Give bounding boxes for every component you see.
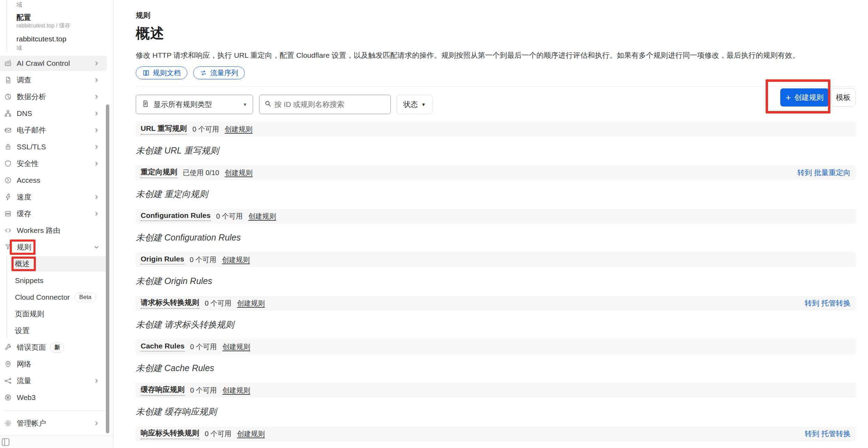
- create-rule-link[interactable]: 创建规则: [237, 299, 265, 308]
- rule-type-title[interactable]: Origin Rules: [141, 255, 184, 265]
- access-icon: [4, 176, 12, 184]
- rule-section-header: Configuration Rules 0 个可用 创建规则: [136, 209, 855, 223]
- rule-type-title[interactable]: 缓存响应规则: [141, 385, 185, 396]
- rule-section: 缓存响应规则 0 个可用 创建规则 未创建 缓存响应规则: [136, 383, 855, 426]
- shield-icon: [4, 160, 12, 167]
- sidebar-item-analytics[interactable]: 数据分析: [0, 88, 113, 105]
- sidebar-item-speed[interactable]: 速度: [0, 189, 113, 205]
- chevron-right-icon: [94, 161, 99, 166]
- rule-type-title[interactable]: Configuration Rules: [141, 211, 211, 221]
- rule-usage-count: 0 个可用: [216, 212, 243, 221]
- sidebar-item-error-pages[interactable]: 错误页面新: [0, 339, 113, 356]
- sidebar-item-rules[interactable]: 规则: [0, 239, 113, 256]
- sidebar-item-ssl-tls[interactable]: SSL/TLS: [0, 139, 113, 155]
- chevron-down-icon: [94, 244, 99, 250]
- rule-section-body: 未创建 URL 重写规则: [136, 136, 855, 165]
- swap-arrows-icon: [200, 69, 207, 77]
- sidebar-item-cache[interactable]: 缓存: [0, 205, 113, 222]
- sidebar-item-ai-crawl-control[interactable]: AI Crawl Control: [0, 55, 113, 72]
- empty-state-text: 未创建 响应标头转换规则: [136, 441, 855, 448]
- chevron-right-icon: [94, 144, 99, 150]
- empty-state-text: 未创建 Cache Rules: [136, 354, 855, 374]
- rule-type-title[interactable]: URL 重写规则: [141, 124, 187, 135]
- status-filter-button[interactable]: 状态: [397, 95, 432, 114]
- sidebar-item-dns[interactable]: DNS: [0, 105, 113, 122]
- sidebar-item-label: Workers 路由: [17, 226, 61, 235]
- empty-state-text: 未创建 缓存响应规则: [136, 398, 855, 417]
- create-rule-button[interactable]: 创建规则: [780, 88, 829, 107]
- app-root: 域 配置 rabbitcutest.top / 缓存 rabbitcutest.…: [0, 0, 868, 448]
- lock-icon: [4, 143, 12, 151]
- rule-section-body: 未创建 响应标头转换规则: [136, 441, 855, 448]
- go-to-link[interactable]: 转到 批量重定向: [797, 168, 851, 178]
- rule-type-filter-select[interactable]: 显示所有规则类型: [136, 95, 253, 114]
- rule-type-title[interactable]: 重定向规则: [141, 167, 177, 178]
- rule-section-body: 未创建 缓存响应规则: [136, 398, 855, 426]
- rule-type-title[interactable]: 请求标头转换规则: [141, 298, 199, 309]
- rules-icon: [4, 243, 12, 251]
- rule-section-header: Cache Rules 0 个可用 创建规则: [136, 339, 855, 354]
- rule-section: 响应标头转换规则 0 个可用 创建规则转到 托管转换 未创建 响应标头转换规则: [136, 426, 855, 448]
- rule-section-header: 响应标头转换规则 0 个可用 创建规则转到 托管转换: [136, 426, 855, 441]
- rule-type-title[interactable]: Cache Rules: [141, 342, 185, 352]
- zone-tree-line: [6, 0, 7, 52]
- go-to-link[interactable]: 转到 托管转换: [805, 298, 851, 308]
- sidebar-item-rules-settings[interactable]: 设置: [0, 322, 113, 339]
- robot-icon: [4, 60, 12, 67]
- sidebar-item-web3[interactable]: Web3: [0, 389, 113, 406]
- sidebar-item-email[interactable]: 电子邮件: [0, 122, 113, 139]
- sidebar-item-label: SSL/TLS: [17, 143, 46, 151]
- create-rule-link[interactable]: 创建规则: [237, 429, 265, 439]
- sidebar-item-label: AI Crawl Control: [17, 59, 70, 68]
- sidebar-item-access[interactable]: Access: [0, 172, 113, 189]
- create-rule-link[interactable]: 创建规则: [225, 168, 252, 178]
- create-rule-link[interactable]: 创建规则: [222, 342, 250, 352]
- sidebar-item-page-rules[interactable]: 页面规则: [0, 306, 113, 322]
- rule-section: Cache Rules 0 个可用 创建规则 未创建 Cache Rules: [136, 339, 855, 383]
- item-highlight: [0, 356, 107, 372]
- zone-name[interactable]: rabbitcutest.top: [16, 35, 67, 43]
- collapse-sidebar-icon[interactable]: [1, 438, 10, 447]
- page-title: 概述: [136, 24, 855, 43]
- create-rule-link[interactable]: 创建规则: [222, 386, 250, 395]
- web3-icon: [4, 394, 12, 401]
- sidebar-item-investigate[interactable]: 调查: [0, 72, 113, 88]
- item-highlight: [0, 206, 107, 221]
- sidebar-item-workers-routes[interactable]: Workers 路由: [0, 222, 113, 239]
- plus-icon: [785, 92, 791, 103]
- create-rule-link[interactable]: 创建规则: [222, 255, 250, 265]
- sidebar-item-label: Web3: [17, 393, 36, 402]
- sidebar-item-label: 网络: [17, 359, 31, 369]
- sidebar-item-manage-account[interactable]: 管理帐户: [0, 415, 113, 432]
- sidebar-item-label: 数据分析: [17, 92, 46, 102]
- create-rule-link[interactable]: 创建规则: [225, 125, 252, 134]
- chevron-right-icon: [94, 211, 99, 217]
- sidebar-scrollbar[interactable]: [106, 104, 109, 433]
- rule-type-title[interactable]: 响应标头转换规则: [141, 428, 199, 439]
- sidebar-item-rules-overview[interactable]: 概述: [0, 256, 113, 272]
- main-content: 规则 概述 修改 HTTP 请求和响应，执行 URL 重定向，配置 Cloudf…: [114, 0, 868, 448]
- email-icon: [4, 126, 12, 134]
- sidebar-item-network[interactable]: 网络: [0, 356, 113, 372]
- zone-switcher-config[interactable]: 配置: [16, 13, 31, 22]
- sidebar-item-label: 设置: [15, 326, 30, 336]
- sidebar-item-security[interactable]: 安全性: [0, 155, 113, 172]
- chevron-right-icon: [94, 94, 99, 100]
- rule-section-header: 重定向规则 已使用 0/10 创建规则转到 批量重定向: [136, 165, 855, 180]
- rule-section-header: URL 重写规则 0 个可用 创建规则: [136, 122, 855, 136]
- rule-search: [259, 95, 391, 114]
- cache-icon: [4, 210, 12, 218]
- template-button[interactable]: 模板: [831, 88, 855, 107]
- traffic-sequence-button[interactable]: 流量序列: [193, 66, 245, 79]
- rule-usage-count: 0 个可用: [205, 299, 232, 308]
- go-to-link[interactable]: 转到 托管转换: [805, 429, 851, 439]
- wrench-icon: [4, 344, 12, 351]
- rules-docs-button[interactable]: 规则文档: [136, 66, 187, 79]
- search-input[interactable]: [274, 100, 385, 109]
- rule-usage-count: 0 个可用: [205, 429, 232, 439]
- create-rule-link[interactable]: 创建规则: [248, 212, 276, 221]
- sidebar-item-snippets[interactable]: Snippets: [0, 272, 113, 289]
- sidebar-item-cloud-connector[interactable]: Cloud ConnectorBeta: [0, 289, 113, 306]
- sidebar-divider: [0, 406, 113, 415]
- sidebar-item-traffic[interactable]: 流量: [0, 372, 113, 389]
